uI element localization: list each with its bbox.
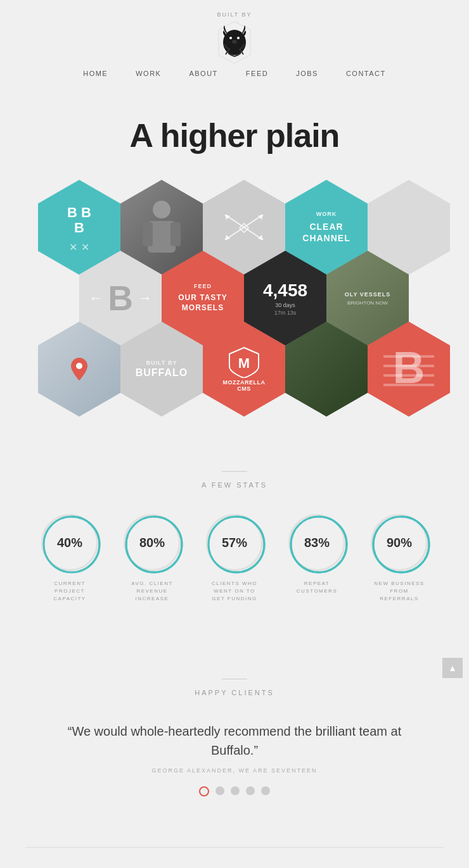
logo[interactable] — [215, 20, 254, 67]
svg-point-5 — [232, 40, 237, 44]
dot-1[interactable] — [199, 786, 209, 796]
svg-point-2 — [227, 30, 242, 48]
bb-grid: B B B — [63, 202, 95, 239]
svg-point-4 — [237, 37, 240, 39]
stat-percent-1: 40% — [57, 536, 82, 550]
stat-item-5: 90% NEW BUSINESSFROMREFERRALS — [364, 514, 434, 603]
nav-jobs[interactable]: JOBS — [282, 70, 332, 77]
clients-section: HAPPY CLIENTS “We would whole-heartedly … — [0, 641, 469, 834]
stats-title: A FEW STATS — [13, 471, 456, 489]
stat-label-1: CURRENTPROJECTCAPACITY — [53, 580, 86, 603]
stat-item-1: 40% CURRENTPROJECTCAPACITY — [35, 514, 105, 603]
dot-3[interactable] — [231, 786, 240, 795]
svg-point-6 — [153, 201, 170, 218]
hex-grid: B B B ✕ ✕ — [38, 180, 431, 408]
stats-row: 40% CURRENTPROJECTCAPACITY 80% AVG. CLIE… — [13, 514, 456, 603]
stat-circle-3: 57% — [206, 514, 263, 571]
svg-text:M: M — [238, 355, 250, 371]
stat-circle-5: 90% — [371, 514, 428, 571]
hex-grid-section: B B B ✕ ✕ — [0, 173, 469, 433]
stat-item-4: 83% REPEATCUSTOMERS — [282, 514, 352, 603]
nav-home[interactable]: HOME — [69, 70, 122, 77]
stat-item-2: 80% AVG. CLIENTREVENUEINCREASE — [117, 514, 187, 603]
svg-point-3 — [229, 37, 232, 39]
dot-5[interactable] — [261, 786, 270, 795]
hero-section: A higher plain — [0, 85, 469, 173]
stats-section: A FEW STATS 40% CURRENTPROJECTCAPACITY 8… — [0, 433, 469, 641]
testimonial-text: “We would whole-heartedly recommend the … — [57, 722, 412, 760]
main-nav: HOME WORK ABOUT FEED JOBS CONTACT — [0, 70, 469, 85]
nav-feed[interactable]: FEED — [232, 70, 282, 77]
testimonial-dots — [13, 786, 456, 796]
dot-4[interactable] — [246, 786, 255, 795]
chevron-up-icon: ▲ — [448, 663, 457, 673]
stat-circle-2: 80% — [124, 514, 181, 571]
stat-percent-4: 83% — [304, 536, 330, 550]
stat-label-3: CLIENTS WHOWENT ON TOGET FUNDING — [212, 580, 257, 603]
stat-circle-1: 40% — [41, 514, 98, 571]
stat-percent-3: 57% — [222, 536, 247, 550]
stat-label-5: NEW BUSINESSFROMREFERRALS — [374, 580, 424, 603]
built-by-label: BUILT BY — [0, 11, 469, 18]
stat-percent-2: 80% — [139, 536, 165, 550]
stat-label-2: AVG. CLIENTREVENUEINCREASE — [131, 580, 173, 603]
stat-percent-5: 90% — [387, 536, 412, 550]
svg-rect-9 — [170, 222, 181, 246]
dot-2[interactable] — [215, 786, 224, 795]
svg-rect-8 — [143, 222, 153, 246]
stat-circle-4: 83% — [288, 514, 345, 571]
nav-work[interactable]: WORK — [122, 70, 175, 77]
hero-headline: A higher plain — [13, 116, 456, 154]
stat-label-4: REPEATCUSTOMERS — [297, 580, 337, 595]
scroll-up-button[interactable]: ▲ — [442, 658, 463, 678]
stat-item-3: 57% CLIENTS WHOWENT ON TOGET FUNDING — [200, 514, 269, 603]
clients-title: HAPPY CLIENTS — [13, 679, 456, 696]
header: BUILT BY HOME WORK ABOUT — [0, 0, 469, 85]
footer-actions: PROJECT PLANNER Interested in working wi… — [0, 834, 469, 868]
svg-point-17 — [76, 363, 82, 369]
nav-contact[interactable]: CONTACT — [332, 70, 400, 77]
nav-about[interactable]: ABOUT — [175, 70, 231, 77]
testimonial-author: GEORGE ALEXANDER, WE ARE SEVENTEEN — [13, 767, 456, 774]
footer-divider — [25, 847, 444, 848]
